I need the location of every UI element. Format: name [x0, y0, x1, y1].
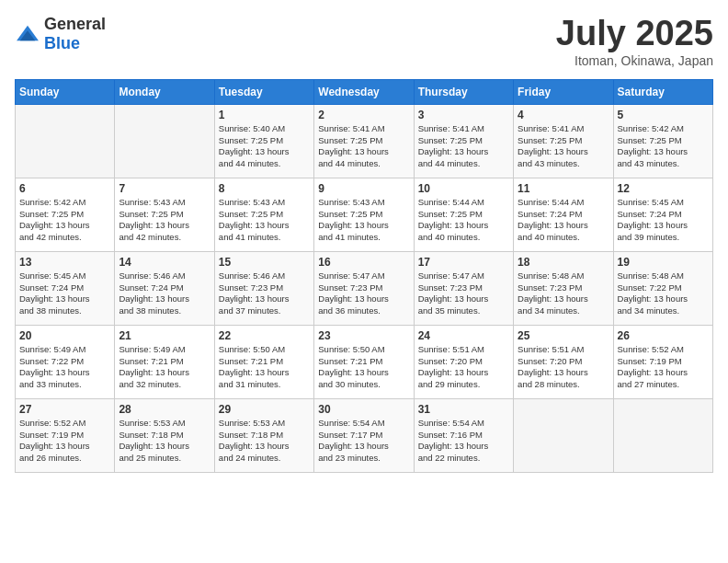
logo: General Blue	[15, 15, 106, 53]
calendar-week-row: 13Sunrise: 5:45 AMSunset: 7:24 PMDayligh…	[16, 251, 713, 325]
day-info: Sunrise: 5:46 AMSunset: 7:23 PMDaylight:…	[219, 270, 310, 317]
day-info: Sunrise: 5:45 AMSunset: 7:24 PMDaylight:…	[19, 270, 110, 317]
day-number: 21	[119, 329, 210, 342]
day-number: 8	[219, 182, 310, 195]
day-info: Sunrise: 5:44 AMSunset: 7:25 PMDaylight:…	[418, 197, 509, 244]
day-number: 20	[19, 329, 110, 342]
calendar-cell: 2Sunrise: 5:41 AMSunset: 7:25 PMDaylight…	[314, 104, 414, 178]
day-info: Sunrise: 5:41 AMSunset: 7:25 PMDaylight:…	[318, 123, 409, 170]
calendar-cell: 31Sunrise: 5:54 AMSunset: 7:16 PMDayligh…	[414, 398, 513, 472]
calendar-cell: 1Sunrise: 5:40 AMSunset: 7:25 PMDaylight…	[214, 104, 313, 178]
calendar-cell	[16, 104, 115, 178]
calendar-cell: 24Sunrise: 5:51 AMSunset: 7:20 PMDayligh…	[414, 325, 513, 398]
day-info: Sunrise: 5:42 AMSunset: 7:25 PMDaylight:…	[618, 123, 709, 170]
day-number: 14	[119, 256, 210, 269]
calendar-cell: 15Sunrise: 5:46 AMSunset: 7:23 PMDayligh…	[214, 251, 313, 325]
day-number: 12	[618, 182, 709, 195]
calendar-cell: 3Sunrise: 5:41 AMSunset: 7:25 PMDaylight…	[414, 104, 513, 178]
calendar-cell: 20Sunrise: 5:49 AMSunset: 7:22 PMDayligh…	[16, 325, 115, 398]
calendar-cell: 30Sunrise: 5:54 AMSunset: 7:17 PMDayligh…	[314, 398, 414, 472]
day-number: 5	[618, 109, 709, 121]
calendar-cell: 13Sunrise: 5:45 AMSunset: 7:24 PMDayligh…	[16, 251, 115, 325]
day-info: Sunrise: 5:50 AMSunset: 7:21 PMDaylight:…	[318, 344, 409, 391]
day-info: Sunrise: 5:54 AMSunset: 7:17 PMDaylight:…	[318, 418, 409, 465]
day-info: Sunrise: 5:43 AMSunset: 7:25 PMDaylight:…	[219, 197, 310, 244]
day-info: Sunrise: 5:49 AMSunset: 7:21 PMDaylight:…	[119, 344, 210, 391]
calendar-cell: 25Sunrise: 5:51 AMSunset: 7:20 PMDayligh…	[514, 325, 613, 398]
page-header: General Blue July 2025 Itoman, Okinawa, …	[15, 15, 713, 68]
day-info: Sunrise: 5:41 AMSunset: 7:25 PMDaylight:…	[418, 123, 509, 170]
day-number: 26	[618, 329, 709, 342]
calendar-cell	[514, 398, 613, 472]
weekday-header: Thursday	[414, 79, 513, 104]
day-number: 11	[518, 182, 609, 195]
day-info: Sunrise: 5:48 AMSunset: 7:22 PMDaylight:…	[618, 270, 709, 317]
day-info: Sunrise: 5:49 AMSunset: 7:22 PMDaylight:…	[19, 344, 110, 391]
day-number: 29	[219, 403, 310, 416]
day-number: 7	[119, 182, 210, 195]
day-number: 23	[318, 329, 409, 342]
day-info: Sunrise: 5:40 AMSunset: 7:25 PMDaylight:…	[219, 123, 310, 170]
calendar-week-row: 20Sunrise: 5:49 AMSunset: 7:22 PMDayligh…	[16, 325, 713, 398]
weekday-header: Saturday	[613, 79, 712, 104]
day-info: Sunrise: 5:41 AMSunset: 7:25 PMDaylight:…	[518, 123, 609, 170]
calendar-cell	[115, 104, 214, 178]
logo-text-general: General	[44, 15, 106, 33]
calendar-week-row: 1Sunrise: 5:40 AMSunset: 7:25 PMDaylight…	[16, 104, 713, 178]
month-title: July 2025	[556, 15, 713, 53]
logo-icon	[15, 24, 40, 44]
day-number: 10	[418, 182, 509, 195]
calendar-cell: 27Sunrise: 5:52 AMSunset: 7:19 PMDayligh…	[16, 398, 115, 472]
calendar-cell: 6Sunrise: 5:42 AMSunset: 7:25 PMDaylight…	[16, 178, 115, 251]
calendar-cell: 21Sunrise: 5:49 AMSunset: 7:21 PMDayligh…	[115, 325, 214, 398]
calendar-cell	[613, 398, 712, 472]
weekday-header: Sunday	[16, 79, 115, 104]
day-number: 3	[418, 109, 509, 121]
day-info: Sunrise: 5:42 AMSunset: 7:25 PMDaylight:…	[19, 197, 110, 244]
day-info: Sunrise: 5:52 AMSunset: 7:19 PMDaylight:…	[19, 418, 110, 465]
day-number: 19	[618, 256, 709, 269]
weekday-header: Wednesday	[314, 79, 414, 104]
day-number: 15	[219, 256, 310, 269]
day-info: Sunrise: 5:43 AMSunset: 7:25 PMDaylight:…	[318, 197, 409, 244]
calendar-week-row: 27Sunrise: 5:52 AMSunset: 7:19 PMDayligh…	[16, 398, 713, 472]
day-info: Sunrise: 5:43 AMSunset: 7:25 PMDaylight:…	[119, 197, 210, 244]
calendar-cell: 9Sunrise: 5:43 AMSunset: 7:25 PMDaylight…	[314, 178, 414, 251]
calendar-cell: 8Sunrise: 5:43 AMSunset: 7:25 PMDaylight…	[214, 178, 313, 251]
calendar-cell: 11Sunrise: 5:44 AMSunset: 7:24 PMDayligh…	[514, 178, 613, 251]
calendar-cell: 4Sunrise: 5:41 AMSunset: 7:25 PMDaylight…	[514, 104, 613, 178]
calendar-cell: 19Sunrise: 5:48 AMSunset: 7:22 PMDayligh…	[613, 251, 712, 325]
day-info: Sunrise: 5:52 AMSunset: 7:19 PMDaylight:…	[618, 344, 709, 391]
day-number: 2	[318, 109, 409, 121]
day-info: Sunrise: 5:53 AMSunset: 7:18 PMDaylight:…	[219, 418, 310, 465]
day-info: Sunrise: 5:51 AMSunset: 7:20 PMDaylight:…	[518, 344, 609, 391]
calendar-cell: 22Sunrise: 5:50 AMSunset: 7:21 PMDayligh…	[214, 325, 313, 398]
day-info: Sunrise: 5:54 AMSunset: 7:16 PMDaylight:…	[418, 418, 509, 465]
location: Itoman, Okinawa, Japan	[556, 53, 713, 68]
calendar-cell: 16Sunrise: 5:47 AMSunset: 7:23 PMDayligh…	[314, 251, 414, 325]
calendar-cell: 29Sunrise: 5:53 AMSunset: 7:18 PMDayligh…	[214, 398, 313, 472]
day-number: 30	[318, 403, 409, 416]
calendar-cell: 28Sunrise: 5:53 AMSunset: 7:18 PMDayligh…	[115, 398, 214, 472]
calendar-cell: 14Sunrise: 5:46 AMSunset: 7:24 PMDayligh…	[115, 251, 214, 325]
day-info: Sunrise: 5:47 AMSunset: 7:23 PMDaylight:…	[318, 270, 409, 317]
calendar-cell: 12Sunrise: 5:45 AMSunset: 7:24 PMDayligh…	[613, 178, 712, 251]
day-number: 4	[518, 109, 609, 121]
day-number: 1	[219, 109, 310, 121]
calendar-table: SundayMondayTuesdayWednesdayThursdayFrid…	[15, 79, 713, 473]
day-number: 16	[318, 256, 409, 269]
day-number: 28	[119, 403, 210, 416]
logo-text-blue: Blue	[44, 34, 80, 52]
weekday-header-row: SundayMondayTuesdayWednesdayThursdayFrid…	[16, 79, 713, 104]
day-info: Sunrise: 5:44 AMSunset: 7:24 PMDaylight:…	[518, 197, 609, 244]
day-number: 6	[19, 182, 110, 195]
weekday-header: Friday	[514, 79, 613, 104]
calendar-cell: 5Sunrise: 5:42 AMSunset: 7:25 PMDaylight…	[613, 104, 712, 178]
day-info: Sunrise: 5:51 AMSunset: 7:20 PMDaylight:…	[418, 344, 509, 391]
calendar-cell: 17Sunrise: 5:47 AMSunset: 7:23 PMDayligh…	[414, 251, 513, 325]
weekday-header: Tuesday	[214, 79, 313, 104]
weekday-header: Monday	[115, 79, 214, 104]
day-info: Sunrise: 5:46 AMSunset: 7:24 PMDaylight:…	[119, 270, 210, 317]
day-number: 22	[219, 329, 310, 342]
calendar-cell: 10Sunrise: 5:44 AMSunset: 7:25 PMDayligh…	[414, 178, 513, 251]
